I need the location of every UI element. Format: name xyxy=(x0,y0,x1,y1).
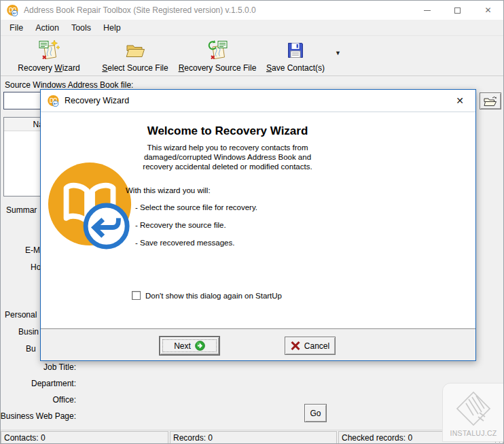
bullet-save-recovered: - Save recovered messages. xyxy=(135,239,357,247)
toolbar-dropdown-arrow-icon[interactable]: ▼ xyxy=(335,50,341,56)
recovery-wizard-icon xyxy=(38,39,60,61)
toolbar: Recovery Wizard Select Source File xyxy=(1,35,503,76)
bullet-select-source: - Select the source file for recovery. xyxy=(135,203,357,212)
business-label-fragment: Busin xyxy=(18,327,39,337)
maximize-icon xyxy=(454,7,461,14)
dialog-title: Recovery Wizard xyxy=(65,96,129,105)
recovery-wizard-label: Recovery Wizard xyxy=(18,63,79,73)
dont-show-checkbox-row: Don't show this dialog again on StartUp xyxy=(132,291,282,300)
save-contacts-button[interactable]: Save Contact(s) xyxy=(262,36,329,74)
instaluj-watermark-text: INSTALUJ.CZ xyxy=(450,429,497,437)
recovery-wizard-dialog: Recovery Wizard ✕ Welcome to Recovery Wi… xyxy=(40,89,476,361)
status-bar: Contacts: 0 Records: 0 Checked records: … xyxy=(1,430,503,444)
app-icon xyxy=(7,5,18,16)
dialog-close-button[interactable]: ✕ xyxy=(450,90,470,112)
menu-tools[interactable]: Tools xyxy=(65,21,97,35)
recovery-wizard-button[interactable]: Recovery Wizard xyxy=(1,36,97,74)
menu-help[interactable]: Help xyxy=(97,21,127,35)
select-source-file-label: Select Source File xyxy=(102,63,168,73)
department-label: Department: xyxy=(31,379,76,388)
maximize-button[interactable] xyxy=(442,1,473,20)
menu-bar: File Action Tools Help xyxy=(1,20,503,35)
browse-open-folder-icon xyxy=(484,96,497,107)
dont-show-checkbox-label: Don't show this dialog again on StartUp xyxy=(145,292,282,300)
dialog-heading: Welcome to Recovery Wizard xyxy=(98,124,357,138)
instaluj-logo-icon xyxy=(454,390,493,428)
menu-action[interactable]: Action xyxy=(29,21,65,35)
close-icon: ✕ xyxy=(484,5,491,15)
cancel-button[interactable]: Cancel xyxy=(285,337,336,355)
status-checked-records-text: Checked records: 0 xyxy=(342,433,412,443)
recovery-source-file-button[interactable]: Recovery Source File xyxy=(173,36,262,74)
status-contacts: Contacts: 0 xyxy=(1,431,168,444)
open-folder-icon xyxy=(124,39,146,61)
dialog-content: Welcome to Recovery Wizard This wizard h… xyxy=(41,112,475,329)
window-title: Address Book Repair Toolbox (Site Regist… xyxy=(24,5,256,15)
cancel-button-label: Cancel xyxy=(304,341,329,351)
bus-label-fragment: Bu xyxy=(26,344,36,354)
dialog-intro: This wizard help you to recovery contact… xyxy=(98,143,357,171)
status-records: Records: 0 xyxy=(170,431,337,444)
minimize-button[interactable] xyxy=(412,1,442,20)
job-title-label: Job Title: xyxy=(43,362,76,372)
dialog-will-label: With this wizard you will: xyxy=(98,186,357,194)
recovery-source-icon xyxy=(206,39,228,61)
instaluj-watermark: INSTALUJ.CZ xyxy=(442,383,504,442)
bullet-recovery-source: - Recovery the source file. xyxy=(135,221,357,230)
minimize-icon xyxy=(424,10,431,11)
summary-label-fragment: Summar xyxy=(6,205,37,215)
dialog-title-bar: Recovery Wizard ✕ xyxy=(41,90,475,112)
business-web-page-label: Business Web Page: xyxy=(1,411,76,421)
dont-show-checkbox[interactable] xyxy=(132,291,141,300)
source-file-label: Source Windows Address Book file: xyxy=(5,80,133,90)
recovery-source-file-label: Recovery Source File xyxy=(179,63,257,73)
dialog-bullet-list: - Select the source file for recovery. -… xyxy=(98,203,357,247)
save-floppy-icon xyxy=(285,39,306,61)
next-button[interactable]: Next xyxy=(160,337,219,355)
title-bar: Address Book Repair Toolbox (Site Regist… xyxy=(1,1,503,20)
dialog-app-icon xyxy=(48,95,59,107)
menu-file[interactable]: File xyxy=(3,21,29,35)
go-button[interactable]: Go xyxy=(304,404,327,422)
dialog-footer: Next Cancel xyxy=(41,329,475,360)
personal-label-fragment: Personal xyxy=(5,310,37,320)
browse-button[interactable] xyxy=(480,92,501,109)
app-window: Address Book Repair Toolbox (Site Regist… xyxy=(0,0,504,444)
save-contacts-label: Save Contact(s) xyxy=(266,63,325,73)
office-label: Office: xyxy=(53,395,76,405)
focus-rect xyxy=(162,339,217,352)
cancel-x-icon xyxy=(291,341,300,350)
dialog-close-icon: ✕ xyxy=(456,95,464,106)
close-button[interactable]: ✕ xyxy=(473,1,503,20)
select-source-file-button[interactable]: Select Source File xyxy=(97,36,173,74)
